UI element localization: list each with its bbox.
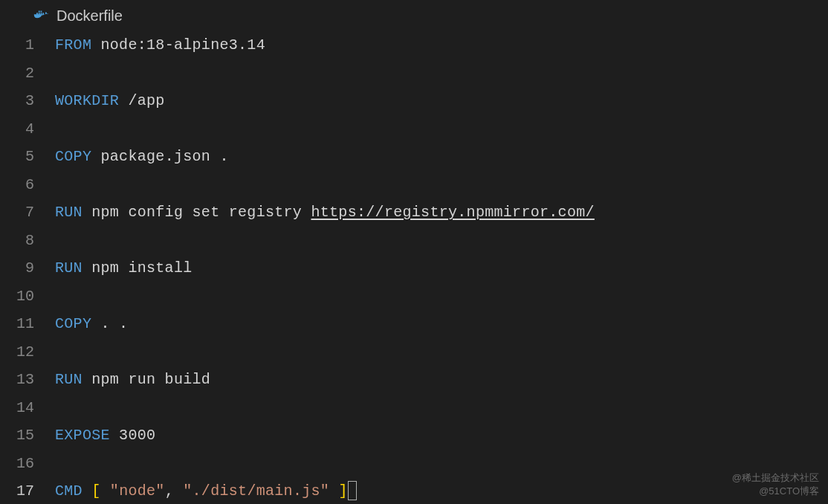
line-number: 14 xyxy=(0,399,55,416)
line-content[interactable]: WORKDIR /app xyxy=(55,92,165,109)
code-line[interactable]: 14 xyxy=(0,394,828,422)
code-line[interactable]: 6 xyxy=(0,171,828,199)
code-line[interactable]: 13RUN npm run build xyxy=(0,366,828,394)
code-line[interactable]: 1FROM node:18-alpine3.14 xyxy=(0,31,828,59)
code-line[interactable]: 9RUN npm install xyxy=(0,254,828,282)
token-text: /app xyxy=(119,92,165,109)
token-string: "./dist/main.js" xyxy=(183,482,329,500)
line-number: 12 xyxy=(0,343,55,361)
token-bracket: ] xyxy=(338,482,347,500)
line-content[interactable]: RUN npm run build xyxy=(55,371,210,388)
token-keyword: FROM xyxy=(55,36,91,54)
line-number: 7 xyxy=(0,204,55,221)
tab-title[interactable]: Dockerfile xyxy=(56,7,123,25)
line-number: 2 xyxy=(0,65,55,82)
line-content[interactable]: FROM node:18-alpine3.14 xyxy=(55,36,265,54)
token-text xyxy=(101,482,110,500)
line-content[interactable]: COPY . . xyxy=(55,315,128,332)
line-number: 5 xyxy=(0,148,55,165)
line-number: 15 xyxy=(0,427,55,444)
line-number: 10 xyxy=(0,288,55,305)
cursor xyxy=(348,481,357,500)
token-text: node:18-alpine3.14 xyxy=(91,36,265,54)
token-keyword: RUN xyxy=(55,371,83,388)
line-content[interactable]: RUN npm install xyxy=(55,259,193,277)
token-text: . . xyxy=(91,315,128,332)
code-editor[interactable]: 1FROM node:18-alpine3.1423WORKDIR /app45… xyxy=(0,28,828,504)
line-number: 16 xyxy=(0,455,55,472)
token-text: npm install xyxy=(83,259,193,277)
line-number: 11 xyxy=(0,315,55,332)
token-text: 3000 xyxy=(110,427,156,444)
token-keyword: COPY xyxy=(55,148,91,165)
code-line[interactable]: 17CMD [ "node", "./dist/main.js" ] xyxy=(0,477,828,504)
line-number: 8 xyxy=(0,232,55,249)
line-content[interactable]: EXPOSE 3000 xyxy=(55,427,155,444)
watermark: @稀土掘金技术社区 @51CTO博客 xyxy=(732,471,819,498)
code-line[interactable]: 12 xyxy=(0,338,828,366)
line-number: 17 xyxy=(0,482,55,500)
line-number: 13 xyxy=(0,371,55,388)
token-keyword: CMD xyxy=(55,482,83,500)
code-line[interactable]: 7RUN npm config set registry https://reg… xyxy=(0,198,828,227)
token-bracket: [ xyxy=(91,482,100,500)
code-line[interactable]: 2 xyxy=(0,59,828,88)
token-text: npm run build xyxy=(83,371,210,388)
token-keyword: EXPOSE xyxy=(55,427,110,444)
code-line[interactable]: 10 xyxy=(0,282,828,311)
code-line[interactable]: 4 xyxy=(0,115,828,143)
line-number: 4 xyxy=(0,120,55,138)
token-text: , xyxy=(165,482,184,500)
line-number: 9 xyxy=(0,259,55,277)
code-line[interactable]: 8 xyxy=(0,227,828,255)
docker-icon xyxy=(33,7,49,24)
token-text xyxy=(83,482,91,500)
watermark-line-2: @51CTO博客 xyxy=(732,485,819,498)
token-keyword: WORKDIR xyxy=(55,92,119,109)
line-number: 1 xyxy=(0,36,55,54)
token-text: npm config set registry xyxy=(83,204,311,221)
code-line[interactable]: 5COPY package.json . xyxy=(0,143,828,171)
line-number: 6 xyxy=(0,176,55,193)
code-line[interactable]: 15EXPOSE 3000 xyxy=(0,421,828,450)
code-line[interactable]: 3WORKDIR /app xyxy=(0,87,828,115)
token-link[interactable]: https://registry.npmmirror.com/ xyxy=(311,204,594,221)
token-keyword: COPY xyxy=(55,315,91,332)
token-text: package.json . xyxy=(91,148,229,165)
line-content[interactable]: RUN npm config set registry https://regi… xyxy=(55,204,595,221)
code-line[interactable]: 16 xyxy=(0,450,828,478)
line-number: 3 xyxy=(0,92,55,109)
line-content[interactable]: COPY package.json . xyxy=(55,148,229,165)
token-string: "node" xyxy=(110,482,165,500)
line-content[interactable]: CMD [ "node", "./dist/main.js" ] xyxy=(55,482,357,500)
tab-bar: Dockerfile xyxy=(0,0,828,28)
code-line[interactable]: 11COPY . . xyxy=(0,310,828,338)
token-text xyxy=(329,482,338,500)
token-keyword: RUN xyxy=(55,204,83,221)
watermark-line-1: @稀土掘金技术社区 xyxy=(732,471,819,485)
token-keyword: RUN xyxy=(55,259,83,277)
